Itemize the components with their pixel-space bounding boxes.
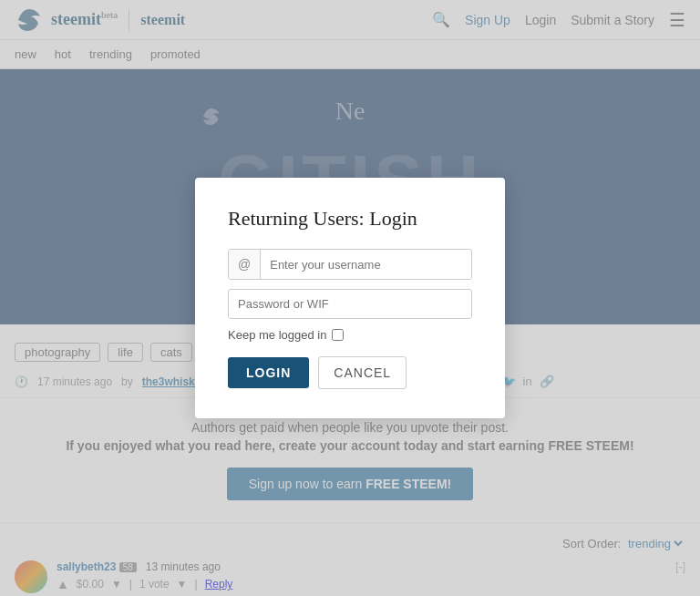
password-input[interactable] <box>228 289 472 319</box>
login-modal: Returning Users: Login @ Keep me logged … <box>195 178 505 418</box>
modal-actions: LOGIN CANCEL <box>228 356 472 389</box>
keep-logged-label: Keep me logged in <box>228 328 326 342</box>
keep-logged-row: Keep me logged in <box>228 328 472 342</box>
login-button[interactable]: LOGIN <box>228 357 309 388</box>
keep-logged-checkbox[interactable] <box>332 329 344 341</box>
username-input[interactable] <box>261 251 471 279</box>
modal-backdrop: Returning Users: Login @ Keep me logged … <box>0 0 700 596</box>
at-prefix: @ <box>229 250 261 279</box>
cancel-button[interactable]: CANCEL <box>318 356 407 389</box>
username-input-group: @ <box>228 249 472 280</box>
modal-title: Returning Users: Login <box>228 207 472 231</box>
